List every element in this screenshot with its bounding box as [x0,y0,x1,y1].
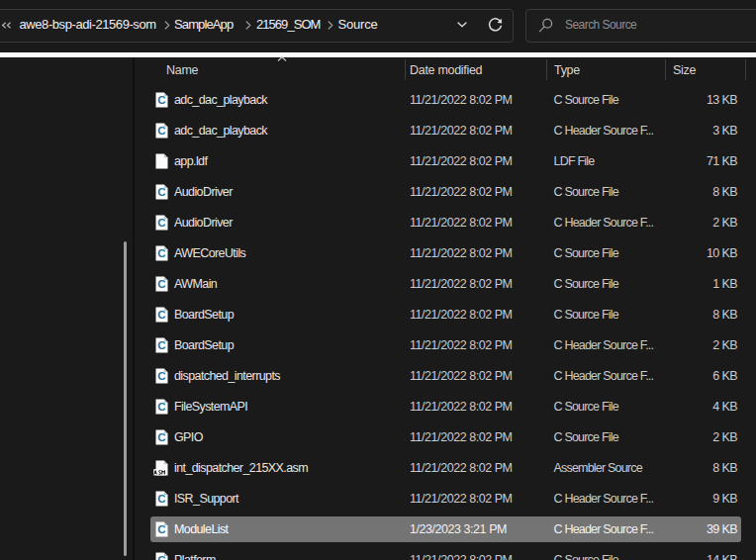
svg-text:C: C [157,370,165,382]
svg-text:C: C [157,554,165,560]
svg-text:C: C [157,523,165,535]
svg-text:C: C [157,217,165,229]
svg-text:C: C [157,94,165,106]
svg-text:C: C [157,186,165,198]
svg-text:C: C [157,431,165,443]
svg-text:C: C [157,339,165,351]
svg-text:C: C [157,125,165,137]
svg-text:C: C [157,278,165,290]
svg-text:C: C [157,493,165,505]
svg-text:C: C [157,247,165,259]
svg-text:C: C [157,401,165,413]
svg-text:C: C [157,309,165,321]
